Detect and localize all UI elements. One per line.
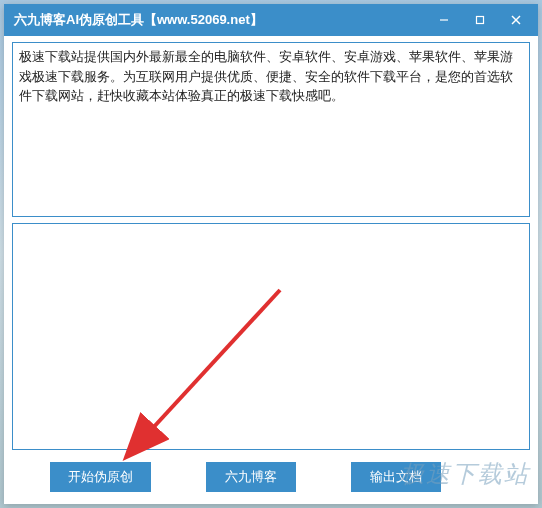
maximize-button[interactable] [462,6,498,34]
titlebar: 六九博客AI伪原创工具【www.52069.net】 [4,4,538,36]
content-area: 开始伪原创 六九博客 输出文档 [4,36,538,504]
minimize-button[interactable] [426,6,462,34]
blog-button[interactable]: 六九博客 [206,462,296,492]
button-row: 开始伪原创 六九博客 输出文档 [12,456,530,496]
close-button[interactable] [498,6,534,34]
app-window: 六九博客AI伪原创工具【www.52069.net】 开始伪原创 六九博客 输出… [4,4,538,504]
export-button[interactable]: 输出文档 [351,462,441,492]
window-title: 六九博客AI伪原创工具【www.52069.net】 [14,11,426,29]
svg-rect-1 [477,17,484,24]
window-controls [426,6,534,34]
output-textarea-container [12,223,530,450]
input-textarea[interactable] [13,43,529,216]
input-textarea-container [12,42,530,217]
output-textarea[interactable] [13,224,529,449]
start-button[interactable]: 开始伪原创 [50,462,151,492]
